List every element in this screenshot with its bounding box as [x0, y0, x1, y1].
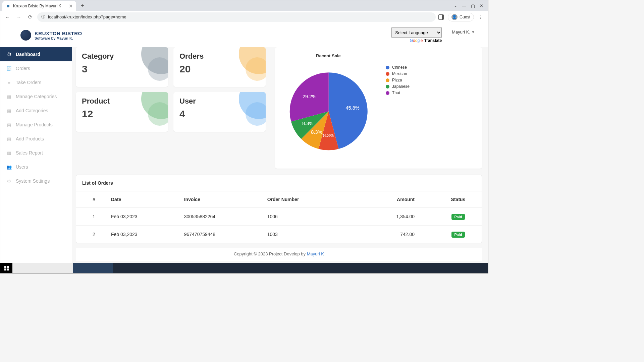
legend-dot-icon: [386, 66, 389, 69]
sidebar-item-add-products[interactable]: ▤Add Products: [0, 132, 72, 146]
profile-button[interactable]: 👤 Guest: [448, 13, 474, 21]
sidebar-icon: ▦: [6, 94, 12, 99]
orders-table: #DateInvoiceOrder NumberAmountStatus 1 F…: [76, 191, 482, 243]
pie-chart: 45.8%8.3%8.3%8.3%29.2%: [282, 60, 380, 158]
sidebar-item-add-categories[interactable]: ▦Add Categories: [0, 104, 72, 118]
legend-item-chinese[interactable]: Chinese: [386, 65, 410, 70]
tab-title: Kruxton Bristo By Mayuri K: [13, 4, 61, 8]
pie-label: 8.3%: [311, 129, 322, 135]
sidebar-icon: 🧾: [6, 66, 12, 71]
new-tab-button[interactable]: +: [78, 1, 87, 10]
legend-dot-icon: [386, 85, 389, 88]
legend-item-mexican[interactable]: Mexican: [386, 71, 410, 76]
column-header[interactable]: Status: [435, 191, 482, 208]
chart-legend: ChineseMexicanPizzaJapaneseThai: [386, 65, 410, 158]
sidebar-item-label: Manage Products: [16, 122, 53, 127]
url-text: localhost/kruxton/index.php?page=home: [48, 14, 126, 19]
sidebar-item-label: Add Products: [16, 136, 44, 141]
sidebar-item-sales-report[interactable]: ▦Sales Report: [0, 146, 72, 160]
sidebar-icon: ▤: [6, 136, 12, 141]
sidebar-icon: ▤: [6, 122, 12, 127]
sidebar-item-dashboard[interactable]: ⏱Dashboard: [0, 47, 72, 61]
user-name: Mayuri K.: [452, 29, 470, 35]
legend-label: Pizza: [392, 78, 402, 82]
sidebar-item-label: Users: [16, 164, 28, 170]
back-button[interactable]: ←: [3, 13, 12, 21]
sidebar-item-manage-products[interactable]: ▤Manage Products: [0, 118, 72, 132]
chart-card: Recent Sale 45.8%8.3%8.3%8.3%29.2% Chine…: [275, 47, 482, 169]
address-bar: ← → ⟳ ⓘ localhost/kruxton/index.php?page…: [0, 11, 488, 23]
sidebar-icon: ≡: [6, 80, 12, 85]
footer-link[interactable]: Mayuri K: [307, 251, 324, 256]
url-field[interactable]: ⓘ localhost/kruxton/index.php?page=home: [37, 12, 436, 22]
column-header[interactable]: Date: [106, 191, 179, 208]
table-row[interactable]: 2 Feb 03,2023 967470759448 1003 742.00 P…: [76, 226, 482, 243]
sidebar-item-take-orders[interactable]: ≡Take Orders: [0, 75, 72, 89]
orders-table-card: List of Orders #DateInvoiceOrder NumberA…: [76, 175, 482, 243]
column-header[interactable]: Order Number: [263, 191, 347, 208]
legend-item-pizza[interactable]: Pizza: [386, 78, 410, 82]
sidebar-item-manage-categories[interactable]: ▦Manage Categories: [0, 89, 72, 104]
column-header[interactable]: Invoice: [179, 191, 263, 208]
legend-label: Japanese: [392, 84, 410, 89]
window-controls: ⌄ — ▢ ✕: [449, 3, 488, 8]
taskbar-item[interactable]: [12, 263, 73, 273]
table-row[interactable]: 1 Feb 03,2023 300535882264 1006 1,354.00…: [76, 208, 482, 226]
close-tab-icon[interactable]: ✕: [69, 3, 73, 9]
close-window-button[interactable]: ✕: [480, 3, 483, 8]
stat-card-product[interactable]: Product 12: [76, 92, 168, 132]
sidebar-icon: ▦: [6, 150, 12, 156]
legend-label: Thai: [392, 90, 400, 95]
sidebar-item-label: Manage Categories: [16, 94, 57, 99]
browser-tab-strip: Kruxton Bristo By Mayuri K ✕ + ⌄ — ▢ ✕: [0, 0, 488, 11]
sidebar-item-system-settings[interactable]: ⚙System Settings: [0, 174, 72, 188]
pie-label: 8.3%: [302, 121, 313, 126]
translate-label: Translate: [424, 38, 442, 43]
maximize-button[interactable]: ▢: [471, 3, 475, 8]
sidebar-item-orders[interactable]: 🧾Orders: [0, 61, 72, 75]
forward-button[interactable]: →: [14, 13, 23, 21]
sidebar-icon: ▦: [6, 108, 12, 113]
minimize-button[interactable]: —: [462, 3, 466, 8]
google-translate-link[interactable]: Google Translate: [410, 38, 442, 43]
start-button[interactable]: [0, 263, 12, 273]
site-info-icon[interactable]: ⓘ: [41, 14, 45, 20]
browser-tab[interactable]: Kruxton Bristo By Mayuri K ✕: [2, 1, 76, 11]
column-header[interactable]: Amount: [347, 191, 435, 208]
sidebar-icon: 👥: [6, 165, 12, 170]
sidebar-item-label: Sales Report: [16, 150, 43, 156]
reload-button[interactable]: ⟳: [26, 13, 35, 21]
footer: Copyright © 2023 Project Develop by Mayu…: [76, 248, 482, 261]
taskbar-item-active[interactable]: [73, 263, 113, 273]
stat-card-user[interactable]: User 4: [173, 92, 266, 132]
status-badge: Paid: [451, 214, 465, 220]
column-header[interactable]: #: [76, 191, 106, 208]
legend-label: Mexican: [392, 71, 407, 76]
main-content: Category 3 Orders 20 Product 12 User 4 R…: [72, 47, 488, 263]
tab-chevron-icon[interactable]: ⌄: [454, 3, 457, 8]
sidebar-item-label: System Settings: [16, 178, 50, 184]
profile-label: Guest: [460, 15, 470, 19]
language-select[interactable]: Select Language: [391, 27, 442, 38]
google-logo-text: Google: [410, 38, 423, 43]
legend-item-thai[interactable]: Thai: [386, 90, 410, 95]
side-panel-icon[interactable]: [438, 14, 444, 20]
legend-item-japanese[interactable]: Japanese: [386, 84, 410, 89]
stat-card-orders[interactable]: Orders 20: [173, 47, 266, 87]
sidebar-item-label: Orders: [16, 66, 30, 71]
stats-grid: Category 3 Orders 20 Product 12 User 4: [76, 47, 266, 169]
pie-label: 29.2%: [303, 94, 316, 99]
caret-down-icon: ▼: [472, 31, 475, 34]
brand-name: KRUXTON BISTRO: [35, 31, 82, 36]
status-badge: Paid: [451, 232, 465, 238]
pie-label: 8.3%: [323, 133, 334, 138]
user-menu[interactable]: Mayuri K. ▼: [452, 29, 475, 35]
stat-card-category[interactable]: Category 3: [76, 47, 168, 87]
sidebar-icon: ⚙: [6, 179, 12, 184]
sidebar-item-users[interactable]: 👥Users: [0, 160, 72, 174]
browser-menu-button[interactable]: ⋮: [478, 14, 483, 20]
logo[interactable]: KRUXTON BISTRO Software by Mayuri K.: [20, 30, 82, 41]
legend-dot-icon: [386, 91, 389, 95]
legend-label: Chinese: [392, 65, 407, 70]
sidebar-item-label: Add Categories: [16, 108, 48, 113]
